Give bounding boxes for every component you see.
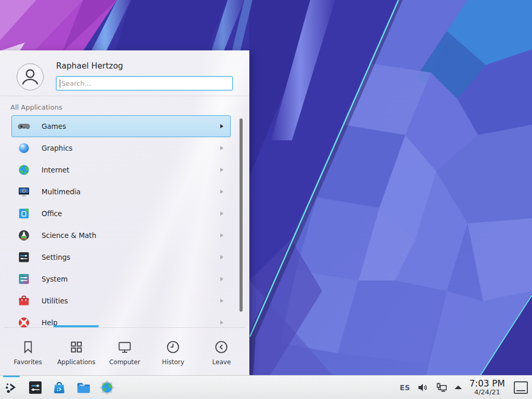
- application-launcher-button[interactable]: [3, 376, 20, 399]
- volume-icon[interactable]: [417, 382, 429, 393]
- menu-item-help[interactable]: Help: [11, 312, 231, 327]
- sphere-icon: [18, 142, 30, 154]
- clock-icon: [165, 339, 181, 355]
- tab-computer[interactable]: Computer: [100, 328, 149, 375]
- application-category-list: Games Graphics: [0, 115, 249, 327]
- desktop: Raphael Hertzog All Applications: [0, 0, 532, 399]
- clock-time: 7:03 PM: [470, 379, 506, 389]
- discover-launcher[interactable]: [51, 376, 68, 399]
- monitor-play-icon: [18, 185, 30, 198]
- lifebuoy-icon: [18, 316, 30, 327]
- grid-icon: [69, 339, 84, 355]
- monitor-icon: [117, 339, 132, 355]
- menu-item-multimedia[interactable]: Multimedia: [11, 181, 231, 203]
- tab-leave[interactable]: Leave: [197, 328, 246, 375]
- taskbar-panel: ES: [0, 375, 532, 399]
- web-browser-launcher[interactable]: [99, 376, 115, 399]
- chevron-right-icon: [220, 321, 223, 325]
- menu-item-utilities[interactable]: Utilities: [11, 290, 231, 312]
- file-manager-launcher[interactable]: [75, 376, 91, 399]
- show-desktop-icon[interactable]: [514, 381, 528, 394]
- user-name: Raphael Hertzog: [56, 61, 123, 71]
- chevron-right-icon: [220, 233, 223, 237]
- menu-item-label: Games: [42, 122, 220, 130]
- menu-item-internet[interactable]: Internet: [11, 159, 231, 181]
- gamepad-icon: [18, 120, 30, 132]
- tab-label: Computer: [109, 358, 140, 366]
- tab-applications[interactable]: Applications: [52, 328, 100, 375]
- sliders-icon: [18, 251, 30, 263]
- menu-item-label: Settings: [42, 253, 220, 261]
- tab-history[interactable]: History: [149, 328, 197, 375]
- menu-item-label: Utilities: [42, 297, 220, 305]
- chevron-right-icon: [220, 190, 223, 194]
- expand-tray-caret-icon[interactable]: [455, 385, 462, 389]
- digital-clock[interactable]: 7:03 PM 4/24/21: [469, 379, 507, 395]
- menu-item-office[interactable]: Office: [11, 203, 231, 224]
- chevron-right-icon: [220, 124, 223, 128]
- tab-label: Favorites: [14, 358, 42, 366]
- discover-bag-icon: [51, 380, 67, 395]
- bookmark-icon: [20, 339, 36, 355]
- menu-item-science-math[interactable]: Science & Math: [11, 224, 231, 246]
- menu-item-label: Science & Math: [42, 231, 220, 240]
- flask-icon: [18, 229, 30, 242]
- chevron-right-icon: [220, 255, 223, 259]
- leave-circle-icon: [214, 339, 229, 355]
- menu-item-label: Graphics: [42, 144, 220, 152]
- application-launcher-popup: Raphael Hertzog All Applications: [0, 50, 249, 375]
- tab-label: Applications: [57, 358, 95, 366]
- menu-item-label: Multimedia: [42, 188, 220, 196]
- launcher-active-indicator: [3, 376, 20, 377]
- chevron-right-icon: [220, 146, 223, 150]
- keyboard-layout-indicator[interactable]: ES: [400, 383, 410, 392]
- menu-item-graphics[interactable]: Graphics: [11, 137, 231, 159]
- system-settings-icon: [28, 380, 43, 395]
- menu-item-games[interactable]: Games: [11, 115, 231, 137]
- list-scrollbar[interactable]: [240, 118, 243, 312]
- chevron-right-icon: [220, 299, 223, 303]
- search-input[interactable]: [57, 77, 232, 90]
- system-tray: ES: [400, 376, 528, 399]
- globe-gear-icon: [99, 380, 115, 395]
- text-caret: [60, 79, 60, 88]
- menu-item-label: System: [42, 275, 220, 283]
- menu-item-system[interactable]: System: [11, 268, 231, 290]
- menu-item-label: Internet: [42, 166, 220, 174]
- menu-item-label: Office: [42, 209, 220, 218]
- user-avatar-icon: [23, 70, 38, 85]
- system-settings-launcher[interactable]: [27, 376, 44, 399]
- tab-label: History: [162, 358, 184, 366]
- chevron-right-icon: [220, 211, 223, 216]
- search-box: [56, 76, 233, 90]
- globe-icon: [18, 164, 30, 176]
- system-sliders-icon: [18, 273, 30, 285]
- chevron-right-icon: [220, 277, 223, 281]
- menu-item-settings[interactable]: Settings: [11, 246, 231, 268]
- tab-label: Leave: [212, 358, 231, 366]
- chevron-right-icon: [220, 168, 223, 172]
- clock-date: 4/24/21: [470, 389, 506, 396]
- folder-icon: [75, 380, 91, 395]
- document-icon: [18, 207, 30, 220]
- kde-launcher-icon: [4, 380, 19, 395]
- launcher-header: Raphael Hertzog: [0, 50, 249, 96]
- network-icon[interactable]: [435, 381, 448, 394]
- launcher-tab-bar: Favorites Applications Computer: [4, 328, 246, 375]
- section-label: All Applications: [10, 103, 62, 111]
- tab-favorites[interactable]: Favorites: [4, 328, 52, 375]
- toolbox-icon: [18, 295, 30, 307]
- user-avatar[interactable]: [17, 63, 44, 90]
- taskbar-launchers: [3, 376, 115, 399]
